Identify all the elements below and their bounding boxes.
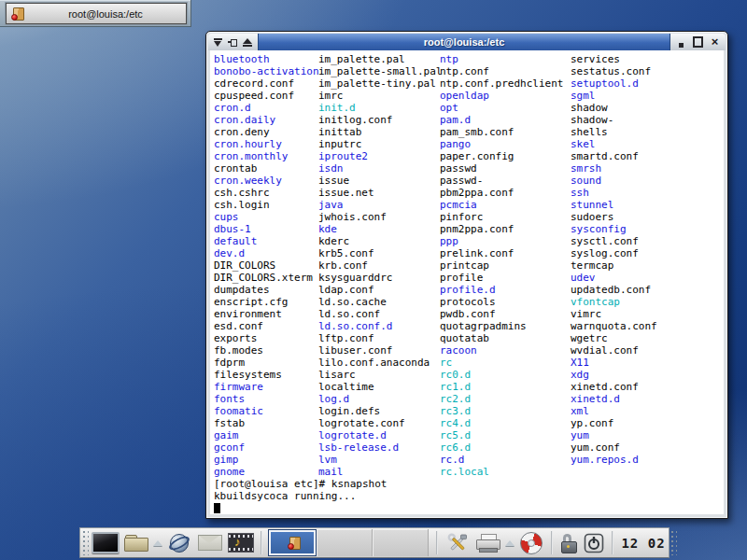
- launcher-arrow-icon[interactable]: [505, 540, 514, 546]
- file-entry: lisarc: [318, 369, 442, 381]
- file-entry: passwd: [440, 162, 563, 175]
- file-entry: prelink.conf: [440, 247, 563, 259]
- file-entry: im_palette-small.pal: [318, 65, 442, 77]
- globe-icon: [168, 532, 190, 554]
- terminal-cursor: [214, 503, 220, 513]
- terminal-window: root@louisa:/etc × bluetoothbonobo-activ…: [205, 31, 728, 519]
- file-entry: pango: [440, 138, 563, 150]
- file-entry: ntp: [440, 53, 563, 65]
- file-entry: xinetd.d: [571, 393, 657, 405]
- desktop-wallpaper[interactable]: root@louisa:/etc root@louisa:/etc × blue…: [0, 0, 747, 560]
- file-entry: pbm2ppa.conf: [440, 187, 563, 199]
- file-entry: kde: [318, 223, 442, 235]
- file-entry: gimp: [214, 454, 319, 466]
- file-entry: syslog.conf: [571, 247, 657, 259]
- multimedia-launcher[interactable]: ♪: [227, 529, 255, 556]
- minimize-button[interactable]: [676, 37, 686, 48]
- file-entry: yum.conf: [571, 441, 657, 454]
- file-entry: X11: [571, 357, 657, 369]
- taskbar-window-label: root@louisa:/etc: [25, 8, 186, 20]
- file-entry: pnm2ppa.conf: [440, 223, 563, 235]
- email-launcher[interactable]: [196, 529, 224, 556]
- titlebar[interactable]: root@louisa:/etc ×: [208, 34, 726, 50]
- file-entry: updatedb.conf: [571, 284, 657, 296]
- file-entry: krb5.conf: [318, 247, 442, 259]
- panel-handle-right[interactable]: [670, 530, 677, 555]
- file-entry: yum.repos.d: [571, 454, 657, 466]
- file-entry: gconf: [214, 441, 319, 454]
- lock-screen-button[interactable]: [558, 529, 579, 556]
- file-entry: quotatab: [440, 332, 563, 344]
- file-entry: pam.d: [440, 114, 563, 126]
- file-entry: wvdial.conf: [571, 344, 657, 357]
- file-entry: bluetooth: [214, 53, 319, 65]
- file-entry: cron.d: [214, 102, 319, 114]
- printer-launcher[interactable]: [474, 529, 502, 556]
- file-entry: dumpdates: [214, 284, 319, 296]
- file-entry: isdn: [318, 162, 442, 175]
- shell-prompt-line: [root@louisa etc]# ksnapshot: [214, 478, 387, 490]
- file-entry: rc.local: [440, 466, 563, 478]
- file-entry: cron.hourly: [214, 138, 319, 150]
- file-entry: foomatic: [214, 405, 319, 417]
- file-entry: opt: [440, 102, 563, 114]
- file-entry: cdrecord.conf: [214, 77, 319, 90]
- close-button[interactable]: ×: [710, 37, 720, 48]
- file-entry: im_palette.pal: [318, 53, 442, 65]
- file-entry: xml: [571, 405, 657, 417]
- file-entry: profile.d: [440, 284, 563, 296]
- file-entry: default: [214, 235, 319, 247]
- file-entry: sestatus.conf: [571, 65, 657, 77]
- power-icon: [584, 533, 604, 553]
- window-title: root@louisa:/etc: [258, 34, 670, 50]
- launcher-arrow-icon[interactable]: [153, 540, 162, 546]
- terminal-content[interactable]: bluetoothbonobo-activationcdrecord.confc…: [210, 50, 724, 514]
- file-entry: rc6.d: [440, 441, 563, 454]
- file-entry: csh.login: [214, 199, 319, 211]
- file-entry: enscript.cfg: [214, 296, 319, 308]
- help-launcher[interactable]: [517, 529, 545, 556]
- file-entry: libuser.conf: [318, 344, 442, 357]
- file-entry: sudoers: [571, 211, 657, 223]
- file-entry: wgetrc: [571, 332, 657, 344]
- file-entry: logrotate.conf: [318, 417, 442, 429]
- file-entry: udev: [571, 272, 657, 284]
- file-entry: shells: [571, 126, 657, 138]
- file-entry: protocols: [440, 296, 563, 308]
- file-entry: ntp.conf: [440, 65, 563, 77]
- file-entry: shadow-: [571, 114, 657, 126]
- file-entry: initlog.conf: [318, 114, 442, 126]
- shade-icon[interactable]: [243, 38, 252, 47]
- file-entry: jwhois.conf: [318, 211, 442, 223]
- panel-clock[interactable]: 12 02: [619, 536, 668, 551]
- panel-handle-left[interactable]: [82, 530, 89, 555]
- file-entry: inittab: [318, 126, 442, 138]
- panel-separator: [436, 531, 438, 554]
- logout-button[interactable]: [582, 529, 606, 556]
- maximize-button[interactable]: [693, 37, 703, 48]
- file-entry: ntp.conf.predhclient: [440, 77, 563, 90]
- taskbar-window-button[interactable]: root@louisa:/etc: [6, 3, 187, 24]
- file-entry: stunnel: [571, 199, 657, 211]
- file-entry: iproute2: [318, 150, 442, 162]
- file-entry: kderc: [318, 235, 442, 247]
- file-entry: ld.so.conf.d: [318, 320, 442, 332]
- system-tools-launcher[interactable]: [444, 529, 472, 556]
- envelope-icon: [198, 535, 222, 551]
- music-note-icon: ♪: [234, 535, 241, 549]
- web-browser-launcher[interactable]: [165, 529, 193, 556]
- file-entry: imrc: [318, 90, 442, 102]
- file-entry: log.d: [318, 393, 442, 405]
- file-entry: init.d: [318, 102, 442, 114]
- file-entry: gaim: [214, 429, 319, 441]
- file-entry: ld.so.cache: [318, 296, 442, 308]
- taskbar-active-task[interactable]: [268, 529, 317, 556]
- window-menu-icon[interactable]: [214, 38, 222, 47]
- file-entry: paper.config: [440, 150, 563, 162]
- file-entry: pam_smb.conf: [440, 126, 563, 138]
- sticky-pin-icon[interactable]: [228, 38, 237, 46]
- file-manager-launcher[interactable]: [122, 529, 150, 556]
- terminal-screen-icon: [92, 532, 120, 553]
- terminal-launcher[interactable]: [92, 529, 120, 556]
- file-entry: sound: [571, 175, 657, 187]
